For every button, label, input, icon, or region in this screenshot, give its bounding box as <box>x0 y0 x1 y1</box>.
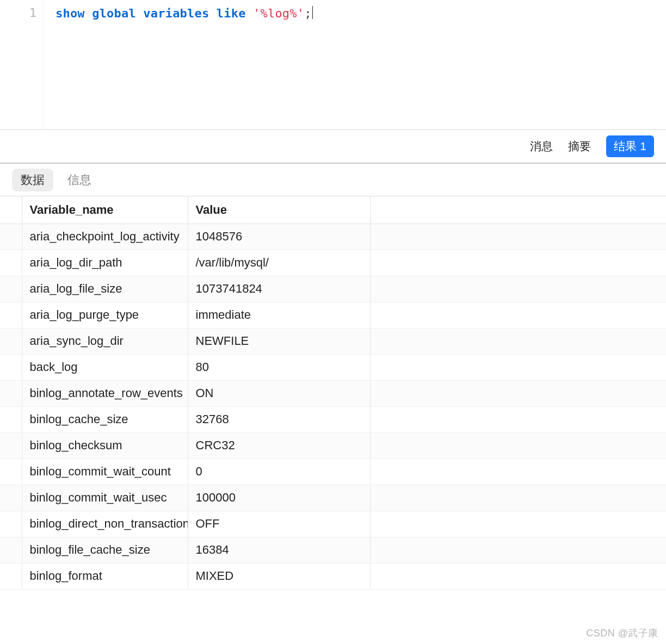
cell-blank <box>370 380 666 406</box>
cell-value[interactable]: 16384 <box>188 537 370 563</box>
cell-blank <box>370 485 666 511</box>
cell-variable-name[interactable]: aria_checkpoint_log_activity <box>22 224 188 250</box>
table-row[interactable]: aria_log_purge_typeimmediate <box>0 302 666 328</box>
cell-value[interactable]: ON <box>188 380 370 406</box>
watermark: CSDN @武子康 <box>586 627 658 640</box>
row-selector-header[interactable] <box>0 196 22 224</box>
line-number: 1 <box>29 6 36 20</box>
sql-punct: ; <box>304 7 311 20</box>
row-selector[interactable] <box>0 328 22 354</box>
sql-keyword: like <box>217 7 246 20</box>
sql-keyword: global <box>92 7 136 20</box>
cell-value[interactable]: OFF <box>188 511 370 537</box>
row-selector[interactable] <box>0 432 22 459</box>
table-row[interactable]: binlog_formatMIXED <box>0 563 666 589</box>
row-selector[interactable] <box>0 459 22 485</box>
cell-variable-name[interactable]: binlog_checksum <box>22 432 188 459</box>
cell-variable-name[interactable]: binlog_format <box>22 563 188 589</box>
cell-blank <box>370 432 666 459</box>
cell-variable-name[interactable]: binlog_annotate_row_events <box>22 380 188 406</box>
row-selector[interactable] <box>0 224 22 250</box>
sql-keyword: show <box>55 7 85 20</box>
cell-value[interactable]: 80 <box>188 354 370 380</box>
cell-blank <box>370 354 666 380</box>
cell-blank <box>370 250 666 276</box>
row-selector[interactable] <box>0 354 22 380</box>
cell-value[interactable]: 32768 <box>188 406 370 432</box>
table-row[interactable]: binlog_file_cache_size16384 <box>0 537 666 563</box>
subtab-data[interactable]: 数据 <box>12 169 53 191</box>
row-selector[interactable] <box>0 537 22 563</box>
subtab-info[interactable]: 信息 <box>67 172 91 188</box>
table-row[interactable]: binlog_commit_wait_usec100000 <box>0 485 666 511</box>
row-selector[interactable] <box>0 563 22 589</box>
table-row[interactable]: binlog_direct_non_transactional_updatesO… <box>0 511 666 537</box>
cell-variable-name[interactable]: aria_log_file_size <box>22 276 188 302</box>
cell-blank <box>370 459 666 485</box>
row-selector[interactable] <box>0 276 22 302</box>
cell-blank <box>370 563 666 589</box>
table-row[interactable]: binlog_checksumCRC32 <box>0 432 666 459</box>
table-row[interactable]: aria_log_dir_path/var/lib/mysql/ <box>0 250 666 276</box>
cell-blank <box>370 511 666 537</box>
cell-variable-name[interactable]: aria_log_dir_path <box>22 250 188 276</box>
cell-blank <box>370 276 666 302</box>
cell-value[interactable]: 1073741824 <box>188 276 370 302</box>
table-row[interactable]: aria_log_file_size1073741824 <box>0 276 666 302</box>
column-header-value[interactable]: Value <box>188 196 370 224</box>
sql-keyword: variables <box>143 7 209 20</box>
row-selector[interactable] <box>0 485 22 511</box>
row-selector[interactable] <box>0 511 22 537</box>
cell-variable-name[interactable]: binlog_commit_wait_usec <box>22 485 188 511</box>
cell-blank <box>370 328 666 354</box>
result-subtabs: 数据 信息 <box>0 164 666 196</box>
cell-value[interactable]: MIXED <box>188 563 370 589</box>
sql-code[interactable]: show global variables like '%log%'; <box>44 0 313 129</box>
table-row[interactable]: back_log80 <box>0 354 666 380</box>
sql-string: '%log%' <box>253 7 304 20</box>
cell-variable-name[interactable]: binlog_file_cache_size <box>22 537 188 563</box>
row-selector[interactable] <box>0 250 22 276</box>
table-row[interactable]: binlog_commit_wait_count0 <box>0 459 666 485</box>
cell-variable-name[interactable]: binlog_cache_size <box>22 406 188 432</box>
result-table: Variable_name Value aria_checkpoint_log_… <box>0 196 666 590</box>
cell-value[interactable]: 1048576 <box>188 224 370 250</box>
result-toolbar: 消息 摘要 结果 1 <box>0 130 666 164</box>
cell-blank <box>370 406 666 432</box>
cell-blank <box>370 224 666 250</box>
table-row[interactable]: aria_checkpoint_log_activity1048576 <box>0 224 666 250</box>
cell-value[interactable]: immediate <box>188 302 370 328</box>
cell-value[interactable]: CRC32 <box>188 432 370 459</box>
column-header-name[interactable]: Variable_name <box>22 196 188 224</box>
table-row[interactable]: binlog_cache_size32768 <box>0 406 666 432</box>
row-selector[interactable] <box>0 406 22 432</box>
cell-blank <box>370 302 666 328</box>
cell-blank <box>370 537 666 563</box>
cell-value[interactable]: 0 <box>188 459 370 485</box>
text-cursor <box>312 6 313 19</box>
column-header-blank <box>370 196 666 224</box>
tab-result-1[interactable]: 结果 1 <box>606 135 654 157</box>
cell-variable-name[interactable]: aria_log_purge_type <box>22 302 188 328</box>
cell-variable-name[interactable]: aria_sync_log_dir <box>22 328 188 354</box>
tab-summary[interactable]: 摘要 <box>568 139 591 154</box>
line-gutter: 1 <box>0 0 44 129</box>
cell-value[interactable]: NEWFILE <box>188 328 370 354</box>
table-row[interactable]: binlog_annotate_row_eventsON <box>0 380 666 406</box>
cell-value[interactable]: /var/lib/mysql/ <box>188 250 370 276</box>
cell-value[interactable]: 100000 <box>188 485 370 511</box>
cell-variable-name[interactable]: binlog_direct_non_transactional_updates <box>22 511 188 537</box>
table-row[interactable]: aria_sync_log_dirNEWFILE <box>0 328 666 354</box>
table-header-row: Variable_name Value <box>0 196 666 224</box>
cell-variable-name[interactable]: binlog_commit_wait_count <box>22 459 188 485</box>
row-selector[interactable] <box>0 302 22 328</box>
tab-messages[interactable]: 消息 <box>530 139 553 154</box>
sql-editor[interactable]: 1 show global variables like '%log%'; <box>0 0 666 130</box>
cell-variable-name[interactable]: back_log <box>22 354 188 380</box>
row-selector[interactable] <box>0 380 22 406</box>
